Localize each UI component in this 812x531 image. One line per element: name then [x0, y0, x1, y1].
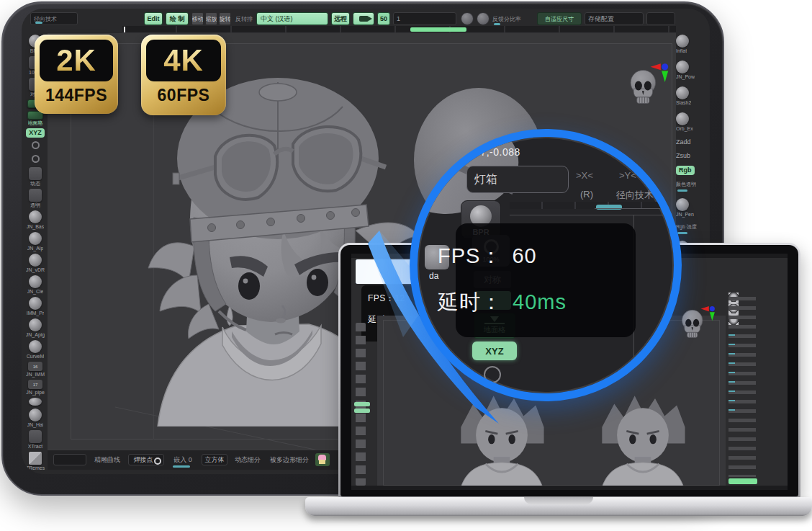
brush-item[interactable]: Rgb 强度: [676, 224, 697, 234]
brush-item[interactable]: JN_Hai: [27, 409, 44, 428]
orbit-icon[interactable]: [484, 366, 501, 383]
laptop-fps-label: FPS：: [368, 293, 394, 303]
laptop-green-chip[interactable]: [354, 409, 370, 413]
laptop-green-chip[interactable]: [354, 402, 370, 406]
brush-item[interactable]: [32, 153, 40, 165]
toolbar-item[interactable]: 反转排: [235, 12, 253, 25]
bottom-bar-item[interactable]: 精雕曲线: [91, 454, 124, 465]
toolbar-item[interactable]: Edit: [144, 12, 163, 25]
bottom-bar-item[interactable]: [315, 453, 330, 466]
brush-thumbnail: [29, 340, 42, 353]
fps-latency-panel: [456, 223, 636, 337]
bottom-bar-item[interactable]: 动态细分: [232, 454, 263, 465]
axis-x-label[interactable]: >X<: [576, 170, 593, 181]
latency-label: 延时：: [438, 290, 502, 313]
brush-item[interactable]: Orb_Ex: [676, 112, 693, 132]
brush-label: Rgb 强度: [676, 224, 697, 230]
ruler-cursor[interactable]: [124, 27, 125, 32]
brush-item[interactable]: JN_Pow: [676, 61, 695, 80]
brush-item[interactable]: 16 JN_IMM: [26, 362, 45, 378]
toolbar-item[interactable]: [477, 12, 490, 25]
brush-item[interactable]: 地面格: [27, 111, 43, 126]
brush-item[interactable]: JN_Bas: [27, 210, 45, 230]
brush-label: Slash2: [676, 100, 691, 106]
laptop-green-bar[interactable]: [728, 478, 757, 484]
bottom-bar-item[interactable]: 立方体: [202, 454, 227, 465]
bottom-bar-item[interactable]: 嵌入 0: [168, 454, 197, 465]
brush-item[interactable]: Inflat: [676, 35, 689, 54]
brush-thumbnail: [676, 198, 689, 211]
toolbar-item[interactable]: 远程: [331, 12, 350, 25]
brush-item[interactable]: 动态: [29, 167, 42, 187]
toolbar-item[interactable]: 50: [377, 12, 390, 25]
brush-item[interactable]: [29, 398, 42, 406]
brush-item[interactable]: JN_Pen: [676, 198, 694, 218]
brush-thumbnail: [29, 430, 42, 443]
brush-item[interactable]: 透明: [29, 189, 42, 208]
brush-item[interactable]: 颜色透明: [676, 182, 696, 192]
badge-resolution-text: 4K: [163, 43, 204, 78]
toolbar-item[interactable]: 径向技术: [30, 12, 78, 25]
brush-item[interactable]: CurveM: [27, 340, 45, 360]
toolbar-item[interactable]: [353, 12, 374, 25]
magnifier-latency-row: 延时：40ms: [438, 288, 567, 317]
bottom-bar-item[interactable]: [53, 454, 86, 465]
brush-thumbnail: [29, 254, 42, 267]
brush-item[interactable]: Zsub: [676, 152, 690, 159]
fps-label: FPS：: [438, 244, 502, 267]
brush-label: Orb_Ex: [676, 126, 693, 132]
brush-item[interactable]: XTract: [28, 430, 42, 450]
brush-label: JN_vDR: [26, 267, 45, 273]
toolbar-item[interactable]: 缩放: [205, 12, 217, 25]
toolbar-item-label: 存储配置: [588, 14, 614, 24]
bottom-bar-item[interactable]: 被多边形细分: [268, 454, 311, 465]
bottom-bar-item[interactable]: 焊接点: [128, 454, 164, 465]
lightbox-button[interactable]: 灯箱: [466, 166, 569, 193]
toolbar-item[interactable]: 移动: [191, 12, 204, 25]
thumbnail-number: 16: [33, 365, 38, 369]
brush-thumbnail: [676, 86, 689, 99]
brush-item[interactable]: XYZ: [26, 128, 45, 138]
toolbar-item[interactable]: 旋转: [219, 12, 231, 25]
brush-thumbnail: [29, 409, 42, 421]
brush-item[interactable]: JN_vDR: [26, 254, 45, 273]
brush-label: 动态: [30, 181, 40, 187]
brush-item[interactable]: JN_Cle: [27, 275, 44, 295]
laptop-right-rail-sliders: [728, 334, 735, 414]
toolbar-item[interactable]: 绘 制: [166, 12, 189, 25]
magnified-canvas-edge: [510, 215, 674, 215]
brush-item[interactable]: 17 JN_pipe: [26, 380, 45, 396]
brush-thumbnail: [676, 35, 689, 48]
brush-item[interactable]: Zadd: [676, 138, 691, 146]
toolbar-item[interactable]: 自适应尺寸: [537, 12, 582, 25]
top-toolbar: 径向技术 Edit 绘 制 移动 缩放: [27, 12, 704, 26]
magnifier-ring: -1,467,-0.088 灯箱 >X< >Y< >Z< (R) 径向技术 BP…: [410, 129, 682, 401]
brush-item[interactable]: JN_Alp: [27, 232, 44, 251]
toolbar-item[interactable]: 中文 (汉语): [256, 12, 328, 25]
toolbar-item[interactable]: 1: [393, 12, 456, 25]
brush-thumbnail: [29, 189, 42, 202]
toolbar-item[interactable]: [461, 12, 474, 25]
brush-item[interactable]: Slash2: [676, 86, 691, 106]
radial-slider-track: [595, 208, 674, 209]
brush-item[interactable]: ZRemes: [26, 452, 45, 471]
laptop-base: [305, 497, 812, 516]
brush-thumbnail: [29, 275, 42, 288]
bottom-bar-label: 嵌入 0: [173, 455, 192, 465]
brush-item[interactable]: JN_Apig: [26, 318, 45, 338]
xyz-axes-button[interactable]: XYZ: [472, 342, 517, 360]
badge-resolution-box: 4K: [146, 40, 221, 81]
toolbar-item[interactable]: 反馈分比率: [492, 12, 533, 25]
brush-item[interactable]: [32, 140, 40, 151]
brush-item[interactable]: Rgb: [676, 166, 695, 175]
axis-y-label[interactable]: >Y<: [619, 170, 636, 181]
brush-label: XTract: [28, 444, 42, 450]
toolbar-item[interactable]: 存储配置: [585, 12, 644, 25]
toolbar-item[interactable]: [646, 12, 675, 25]
brush-item[interactable]: IMM_Pr: [27, 297, 45, 316]
toolbar-item-label: 缩放: [206, 15, 217, 23]
bottom-bar-label: 立方体: [205, 455, 225, 465]
timeline-ruler[interactable]: [122, 26, 676, 33]
latency-value: 40ms: [513, 290, 567, 313]
thumbnail-number: 17: [33, 383, 38, 387]
